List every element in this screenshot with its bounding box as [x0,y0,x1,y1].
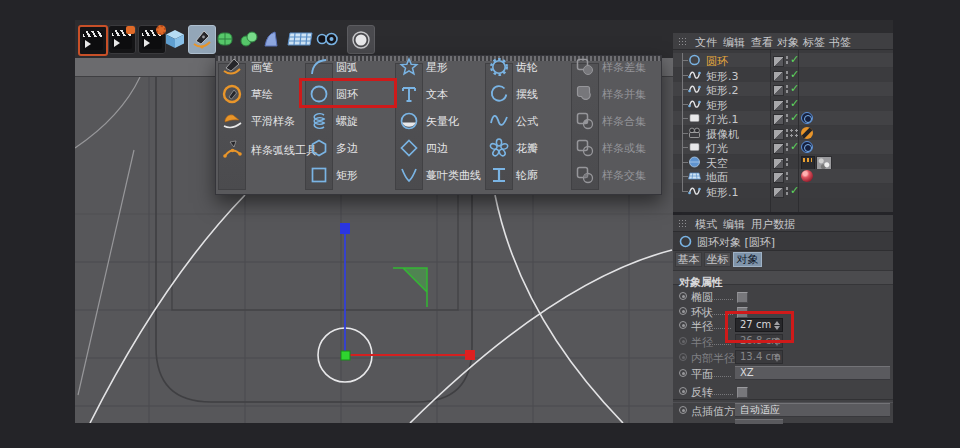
menu-item-vectorizer[interactable]: 矢量化 [399,110,479,132]
am-menu-edit[interactable]: 编辑 [723,217,745,232]
spline-pen-button[interactable] [188,25,216,54]
om-menu-bookmarks[interactable]: 书签 [829,35,851,50]
object-row-sky[interactable]: 天空 [673,155,893,169]
om-menu-objects[interactable]: 对象 [777,35,799,50]
object-row-circle[interactable]: 圆环 ✓ [673,53,893,67]
property-row-inner-radius: 内部半径 13.4 cm [673,350,893,365]
tab-object[interactable]: 对象 [733,252,762,267]
render-picture-viewer-icon [112,30,132,49]
annotation-highlight-circle-menu [299,78,397,108]
menu-item-flower[interactable]: 花瓣 [489,137,559,159]
menu-item-rectangle[interactable]: 矩形 [309,164,379,186]
volume-sphere-icon [351,30,371,50]
object-row-rectangle1[interactable]: 矩形.1 ✓ [673,184,893,198]
menu-item-sketch[interactable]: 草绘 [222,83,302,105]
draw-pen-icon [222,57,242,77]
om-menu-file[interactable]: 文件 [695,35,717,50]
formula-icon [489,111,509,131]
menu-item-spline-intersect[interactable]: 样条交集 [575,164,661,186]
interpolation-dropdown[interactable]: 自动适应 [735,403,890,417]
object-row-rectangle2[interactable]: 矩形.2 ✓ [673,82,893,96]
axis-handle-x[interactable] [465,350,475,360]
menu-item-star[interactable]: 星形 [399,56,479,78]
star-icon [399,57,419,77]
menu-item-text[interactable]: 文本 [399,83,479,105]
spline-or-icon [575,138,595,158]
render-view-icon [83,31,103,50]
menu-item-cissoid[interactable]: 蔓叶类曲线 [399,164,489,186]
menu-item-spline-union[interactable]: 样条并集 [575,83,661,105]
array-button[interactable] [285,25,315,52]
menu-item-spline-or[interactable]: 样条或集 [575,137,661,159]
render-view-button[interactable] [78,25,108,56]
sketch-icon [222,84,242,104]
compositing-tag-icon[interactable] [801,156,815,170]
object-row-camera[interactable]: 摄像机 [673,126,893,140]
menu-item-spline-smooth[interactable]: 平滑样条 [222,110,312,132]
material-tag-icon[interactable] [801,170,813,182]
menu-item-spline-and[interactable]: 样条合集 [575,110,661,132]
key-radio-icon[interactable] [679,307,687,315]
object-origin-handle[interactable] [341,351,350,360]
spline-pen-icon [191,29,213,51]
flower-icon [489,138,509,158]
am-menu-userdata[interactable]: 用户数据 [751,217,795,232]
extrude-button[interactable] [238,25,260,52]
am-menu-mode[interactable]: 模式 [695,217,717,232]
object-row-light1[interactable]: 灯光.1 ✓ [673,111,893,125]
menu-item-draw-pen[interactable]: 画笔 [222,56,302,78]
menu-item-cycloid[interactable]: 摆线 [489,83,559,105]
tab-coordinates[interactable]: 坐标 [704,252,731,267]
key-radio-icon[interactable] [679,321,687,329]
subdivision-surface-button[interactable] [214,25,236,52]
render-picture-viewer-button[interactable] [108,25,136,54]
object-row-floor[interactable]: 地面 [673,169,893,183]
property-row-interpolation: 点插值方式 自动适应 [673,403,893,418]
target-tag-icon[interactable] [801,141,813,153]
add-cube-button[interactable] [162,25,188,52]
object-row-rectangle3[interactable]: 矩形.3 ✓ [673,68,893,82]
key-radio-icon[interactable] [679,387,687,395]
reverse-checkbox[interactable] [737,387,748,398]
menu-item-cogwheel[interactable]: 齿轮 [489,56,559,78]
key-radio-icon[interactable] [679,292,687,300]
spline-object-icon [688,185,701,197]
target-tag-icon[interactable] [801,112,813,124]
visibility-toggles[interactable] [785,55,789,65]
panel-grip-icon[interactable] [678,219,688,228]
spline-difference-icon [575,57,595,77]
4side-icon [399,138,419,158]
om-menu-view[interactable]: 查看 [751,35,773,50]
lattice-button[interactable] [262,25,280,52]
spline-dropdown-menu: 画笔 草绘 平滑样条 样条弧线工具 [215,55,662,195]
main-toolbar [75,20,673,58]
om-menu-tags[interactable]: 标签 [803,35,825,50]
key-radio-icon[interactable] [679,406,687,414]
menu-item-helix[interactable]: 螺旋 [309,110,379,132]
protection-tag-icon[interactable] [801,127,813,139]
menu-item-formula[interactable]: 公式 [489,110,559,132]
ellipse-checkbox[interactable] [737,292,748,303]
symmetry-button[interactable] [316,25,338,52]
tab-basic[interactable]: 基本 [675,252,702,267]
spline-smooth-icon [222,111,242,131]
om-menu-edit[interactable]: 编辑 [723,35,745,50]
cinema4d-window: 画笔 草绘 平滑样条 样条弧线工具 [0,0,960,448]
annotation-highlight-radius-field [725,311,794,343]
object-row-rectangle[interactable]: 矩形 ✓ [673,97,893,111]
object-row-light[interactable]: 灯光 ✓ [673,140,893,154]
spline-object-icon [688,69,701,81]
layer-chip[interactable] [773,56,784,67]
menu-item-4side[interactable]: 四边 [399,137,479,159]
plane-dropdown[interactable]: XZ [735,366,890,380]
menu-item-profile[interactable]: 轮廓 [489,164,559,186]
menu-item-spline-arc-tool[interactable]: 样条弧线工具 [222,139,322,161]
volume-button[interactable] [347,25,375,54]
light-object-icon [688,112,701,124]
menu-item-spline-difference[interactable]: 样条差集 [575,56,661,78]
menu-item-arc[interactable]: 圆弧 [309,56,379,78]
menu-item-nside[interactable]: 多边 [309,137,379,159]
panel-grip-icon[interactable] [678,37,688,46]
key-radio-icon[interactable] [679,369,687,377]
axis-handle-z[interactable] [340,223,350,234]
